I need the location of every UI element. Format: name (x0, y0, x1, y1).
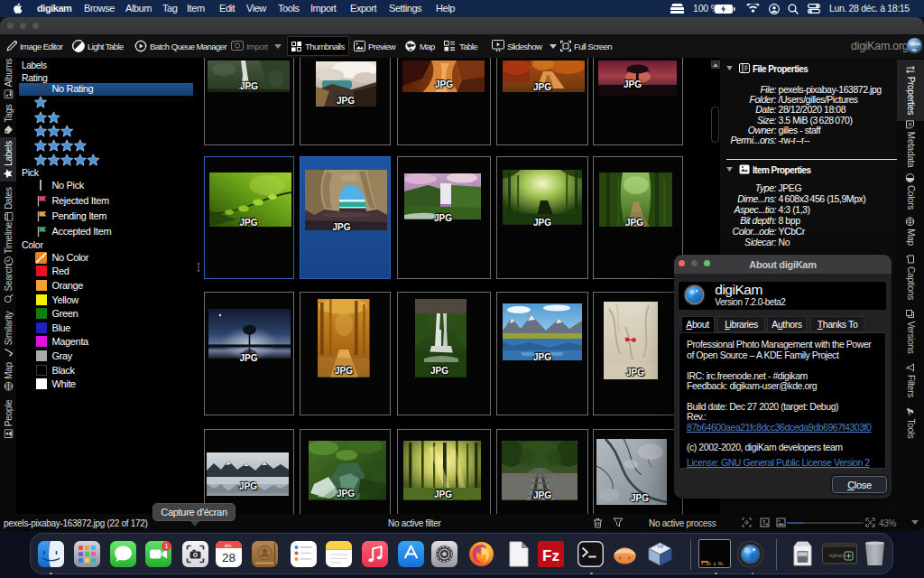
svg-text:digiKam: digiKam (829, 554, 845, 558)
svg-text:Fz: Fz (542, 547, 559, 564)
svg-text:1: 1 (164, 542, 169, 550)
svg-text:déc.: déc. (225, 543, 233, 548)
svg-text:28: 28 (222, 551, 236, 564)
svg-text:VM: VM (657, 545, 663, 549)
